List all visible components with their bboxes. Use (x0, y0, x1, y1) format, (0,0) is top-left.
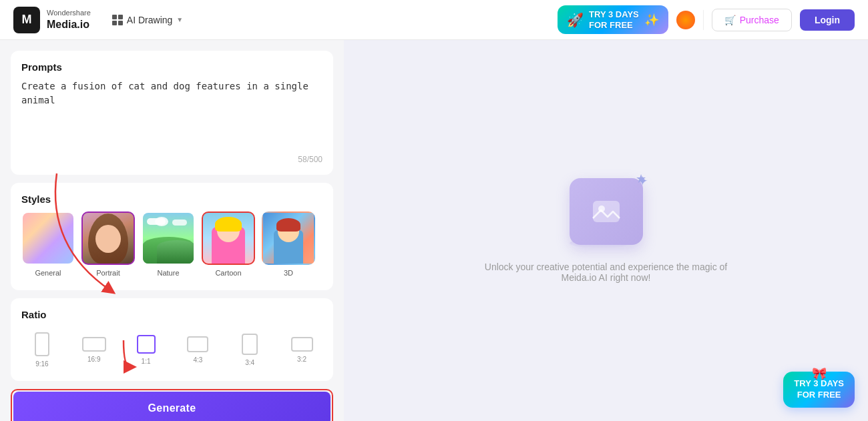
ratio-shape-3-2 (291, 337, 313, 352)
placeholder-text: Unlock your creative potential and exper… (473, 262, 740, 283)
generate-button[interactable]: Generate (13, 392, 331, 421)
user-avatar[interactable] (676, 11, 695, 29)
logo-icon: M (13, 7, 40, 33)
grid-icon (112, 15, 123, 25)
prompts-title: Prompts (21, 61, 322, 73)
style-thumb-nature (142, 212, 195, 265)
ratio-shape-9-16 (35, 332, 49, 356)
portrait-face (95, 225, 121, 253)
style-thumb-3d (262, 212, 315, 265)
right-panel: ✦ Unlock your creative potential and exp… (344, 40, 868, 421)
ratio-label-3-2: 3:2 (297, 356, 306, 363)
header-right: 🚀 TRY 3 DAYS FOR FREE ✨ 🛒 Purchase Login (558, 5, 855, 34)
ratio-title: Ratio (21, 309, 322, 320)
styles-row: General Portrait (21, 212, 322, 280)
style-label-cartoon: Cartoon (215, 269, 241, 277)
ratio-row: 9:16 16:9 1:1 4:3 3:4 (21, 327, 322, 370)
style-label-general: General (35, 269, 61, 277)
ratio-label-3-4: 3:4 (245, 359, 254, 366)
ratio-label-9-16: 9:16 (35, 360, 48, 368)
ratio-card: Ratio 9:16 16:9 1:1 4:3 (11, 298, 333, 381)
placeholder-area: ✦ Unlock your creative potential and exp… (473, 178, 740, 283)
divider (703, 10, 704, 30)
ratio-shape-16-9 (82, 337, 106, 352)
login-label: Login (815, 15, 840, 25)
ratio-shape-1-1 (137, 335, 156, 354)
header: M Wondershare Media.io AI Drawing ▼ 🚀 TR… (0, 0, 868, 40)
style-item-general[interactable]: General (21, 212, 75, 277)
logo-text: Wondershare Media.io (47, 9, 91, 30)
purchase-label: Purchase (740, 15, 779, 25)
generate-label: Generate (148, 402, 196, 414)
style-label-3d: 3D (284, 269, 293, 277)
ratio-shape-3-4 (242, 334, 258, 355)
image-placeholder-svg (590, 195, 622, 228)
purchase-button[interactable]: 🛒 Purchase (712, 9, 792, 31)
ratio-item-16-9[interactable]: 16:9 (73, 337, 115, 363)
corner-try-text: TRY 3 DAYS FOR FREE (794, 378, 844, 401)
char-count: 58/500 (21, 155, 322, 164)
ratio-item-3-4[interactable]: 3:4 (229, 334, 270, 366)
left-panel: Prompts Create a fusion of cat and dog f… (0, 40, 344, 421)
ratio-label-4-3: 4:3 (193, 356, 202, 364)
style-label-portrait: Portrait (96, 269, 120, 277)
rocket-icon: 🚀 (567, 12, 584, 28)
generate-btn-wrapper: Generate (11, 389, 333, 421)
logo-area: M Wondershare Media.io (13, 7, 91, 33)
style-item-portrait[interactable]: Portrait (81, 212, 135, 277)
style-thumb-portrait (81, 212, 135, 265)
style-item-cartoon[interactable]: Cartoon (202, 212, 255, 277)
sparkle-icon: ✦ (637, 173, 648, 189)
ratio-label-16-9: 16:9 (87, 356, 100, 363)
ratio-item-1-1[interactable]: 1:1 (126, 335, 167, 365)
logo-name: Media.io (47, 18, 91, 31)
style-item-nature[interactable]: Nature (142, 212, 195, 277)
styles-card: Styles General Portrait (11, 183, 333, 290)
svg-rect-0 (593, 201, 620, 222)
ratio-shape-4-3 (187, 336, 208, 352)
nav-label: AI Drawing (127, 15, 172, 25)
main-content: Prompts Create a fusion of cat and dog f… (0, 40, 868, 421)
try-free-badge[interactable]: 🚀 TRY 3 DAYS FOR FREE ✨ (558, 5, 668, 34)
style-thumb-cartoon (202, 212, 255, 265)
styles-title: Styles (21, 193, 322, 205)
logo-brand: Wondershare (47, 9, 91, 17)
ratio-item-9-16[interactable]: 9:16 (21, 332, 63, 368)
prompts-card: Prompts Create a fusion of cat and dog f… (11, 51, 333, 175)
style-item-3d[interactable]: 3D (262, 212, 315, 277)
style-label-nature: Nature (157, 269, 179, 277)
ratio-item-3-2[interactable]: 3:2 (281, 337, 322, 363)
placeholder-image-icon (570, 178, 643, 245)
ratio-label-1-1: 1:1 (142, 358, 151, 365)
ratio-item-4-3[interactable]: 4:3 (177, 336, 218, 364)
cart-icon: 🛒 (724, 15, 736, 25)
ribbon-icon: 🎀 (812, 366, 827, 381)
corner-try-badge[interactable]: 🎀 TRY 3 DAYS FOR FREE (783, 372, 855, 408)
nav-ai-drawing[interactable]: AI Drawing ▼ (104, 11, 191, 29)
star-icon: ✨ (644, 13, 659, 27)
placeholder-icon-container: ✦ (570, 178, 643, 248)
prompt-textarea[interactable]: Create a fusion of cat and dog features … (21, 79, 322, 149)
login-button[interactable]: Login (800, 9, 855, 31)
chevron-down-icon: ▼ (176, 16, 183, 23)
style-thumb-general (21, 212, 75, 265)
try-badge-text: TRY 3 DAYS FOR FREE (589, 9, 639, 30)
